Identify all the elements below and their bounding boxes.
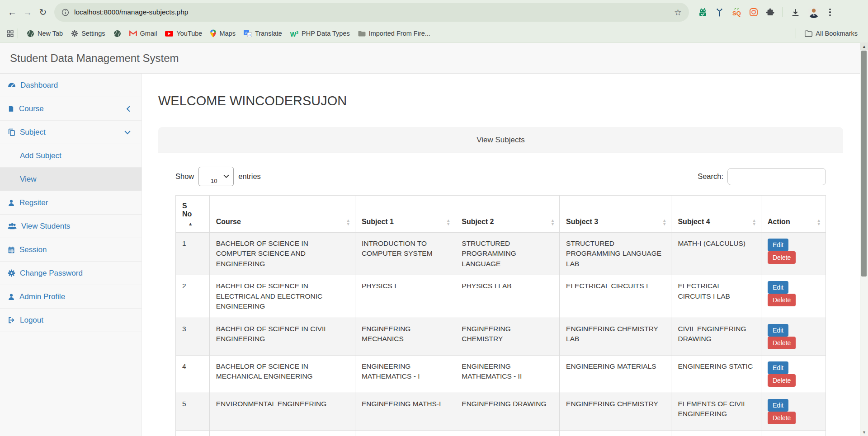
column-header-course[interactable]: Course▲▼	[209, 196, 355, 233]
sidebar-item-subject[interactable]: Subject	[0, 120, 142, 144]
delete-button[interactable]: Delete	[768, 294, 796, 306]
menu-dots-icon[interactable]	[827, 9, 833, 16]
column-header-s-no[interactable]: SNo▲	[176, 196, 210, 233]
edit-button[interactable]: Edit	[768, 281, 788, 294]
edit-button[interactable]: Edit	[768, 399, 788, 412]
sort-both-icon: ▲▼	[752, 219, 756, 225]
column-header-subject-3[interactable]: Subject 3▲▼	[560, 196, 671, 233]
bookmark-item-translate[interactable]: AaTranslate	[240, 28, 286, 38]
fork-extension-icon[interactable]	[715, 8, 724, 17]
bookmark-item-maps[interactable]: Maps	[206, 28, 239, 39]
bookmark-item-youtube[interactable]: YouTube	[161, 28, 206, 38]
table-row: 4BACHELOR OF SCIENCE IN MECHANICAL ENGIN…	[176, 355, 826, 393]
copy-icon	[8, 128, 15, 136]
column-header-action[interactable]: Action▲▼	[761, 196, 826, 233]
column-header-subject-4[interactable]: Subject 4▲▼	[671, 196, 761, 233]
edit-button[interactable]: Edit	[768, 239, 788, 251]
sidebar: DashboardCourseSubjectAdd SubjectViewReg…	[0, 74, 142, 436]
table-cell: 3	[176, 318, 210, 355]
sidebar-item-view-students[interactable]: View Students	[0, 214, 142, 238]
sidebar-item-label: Course	[19, 104, 44, 113]
bookmark-item-new-tab[interactable]: New Tab	[23, 28, 67, 39]
table-row: 2BACHELOR OF SCIENCE IN ELECTRICAL AND E…	[176, 275, 826, 318]
entries-select[interactable]: 10	[198, 167, 234, 186]
sidebar-item-add-subject[interactable]: Add Subject	[0, 144, 142, 167]
table-cell: PHYSICS I LAB	[455, 275, 560, 318]
back-icon[interactable]: ←	[5, 5, 20, 20]
delete-button[interactable]: Delete	[768, 251, 796, 264]
app-header: Student Data Management System	[0, 43, 868, 74]
reload-icon[interactable]: ↻	[35, 5, 51, 20]
scrollbar-thumb[interactable]	[861, 51, 867, 277]
sidebar-item-label: Logout	[20, 316, 43, 325]
bookmark-item-gmail[interactable]: Gmail	[125, 28, 161, 38]
sidebar-item-course[interactable]: Course	[0, 97, 142, 120]
all-bookmarks-label: All Bookmarks	[816, 30, 858, 37]
site-info-icon[interactable]	[61, 9, 69, 16]
page-title: Student Data Management System	[10, 52, 179, 65]
sort-asc-icon: ▲	[188, 221, 203, 226]
table-cell: CIVIL ENGINEERING DRAWING	[671, 318, 761, 355]
apps-grid-icon[interactable]	[6, 30, 14, 38]
table-cell: ENVIRONMENTAL ENGINEERING	[209, 393, 355, 430]
scroll-down-button[interactable]: ▼	[860, 428, 868, 436]
edit-button[interactable]: Edit	[768, 324, 788, 337]
column-header-subject-2[interactable]: Subject 2▲▼	[455, 196, 560, 233]
sidebar-item-view[interactable]: View	[0, 167, 142, 191]
robot-extension-icon[interactable]	[698, 8, 708, 17]
extensions-puzzle-icon[interactable]	[766, 8, 775, 17]
profile-avatar[interactable]	[808, 6, 820, 18]
bookmark-label: Maps	[219, 30, 235, 37]
forward-icon[interactable]: →	[20, 5, 35, 20]
search-input[interactable]	[727, 168, 826, 185]
table-cell: ELECTRICAL CIRCUITS I LAB	[671, 275, 761, 318]
delete-button[interactable]: Delete	[768, 374, 796, 387]
bookmark-item[interactable]	[109, 28, 125, 39]
scrollbar-track[interactable]: ▲ ▼	[860, 42, 868, 436]
chevron-down-icon	[124, 130, 135, 135]
table-cell: BACHELOR OF SCIENCE IN MECHANICAL ENGINE…	[209, 355, 355, 393]
table-cell: ENGINEERING STATIC	[671, 355, 761, 393]
sidebar-item-admin-profile[interactable]: Admin Profile	[0, 285, 142, 308]
delete-button[interactable]: Delete	[768, 337, 796, 349]
sidebar-item-dashboard[interactable]: Dashboard	[0, 74, 142, 97]
table-cell: 1	[176, 233, 210, 275]
table-cell: PHYSICS I	[355, 275, 455, 318]
bookmark-label: Translate	[255, 30, 282, 37]
bookmark-item-settings[interactable]: Settings	[67, 28, 109, 38]
sort-both-icon: ▲▼	[446, 219, 450, 225]
action-cell: EditDelete	[761, 275, 826, 318]
sort-both-icon: ▲▼	[346, 219, 350, 225]
camera-extension-icon[interactable]	[749, 8, 758, 17]
bookmark-label: New Tab	[38, 30, 63, 37]
table-row: 6COMPUTER SCIENCE ANDDATA-2ALGO-2ALGO-LA…	[176, 430, 826, 436]
downloads-icon[interactable]	[791, 8, 800, 17]
bookmark-item-imported-from-fire[interactable]: Imported From Fire...	[354, 28, 434, 38]
bookmarks-bar: New TabSettingsGmailYouTubeMapsAaTransla…	[0, 24, 868, 43]
sort-both-icon: ▲▼	[662, 219, 666, 225]
show-label: Show	[175, 172, 194, 181]
gear-gray-icon	[71, 30, 78, 37]
address-bar[interactable]: localhost:8000/manage-subjects.php ☆	[54, 3, 689, 22]
table-cell: ELECTRICAL CIRCUITS I	[560, 275, 671, 318]
sidebar-item-session[interactable]: Session	[0, 238, 142, 261]
scroll-up-button[interactable]: ▲	[860, 42, 868, 50]
edit-button[interactable]: Edit	[768, 361, 788, 374]
sidebar-item-regsiter[interactable]: Regsiter	[0, 191, 142, 214]
entries-label: entries	[238, 172, 261, 181]
user-icon	[8, 293, 15, 300]
sidebar-item-label: Admin Profile	[19, 292, 65, 301]
bookmark-item-php-data-types[interactable]: W3PHP Data Types	[286, 28, 354, 39]
action-cell: EditDelete	[761, 393, 826, 430]
table-cell: ENGINEERING MATERIALS	[560, 355, 671, 393]
sidebar-item-logout[interactable]: Logout	[0, 308, 142, 332]
sidebar-item-change-password[interactable]: Change Password	[0, 261, 142, 285]
divider	[158, 115, 843, 115]
bookmark-star-icon[interactable]: ☆	[674, 7, 682, 18]
all-bookmarks-button[interactable]: All Bookmarks	[801, 28, 862, 38]
delete-button[interactable]: Delete	[768, 412, 796, 424]
sq-extension-icon[interactable]: SQ	[731, 8, 741, 17]
column-header-subject-1[interactable]: Subject 1▲▼	[355, 196, 455, 233]
chevron-left-icon	[126, 106, 135, 112]
bookmark-label: Imported From Fire...	[369, 30, 430, 37]
